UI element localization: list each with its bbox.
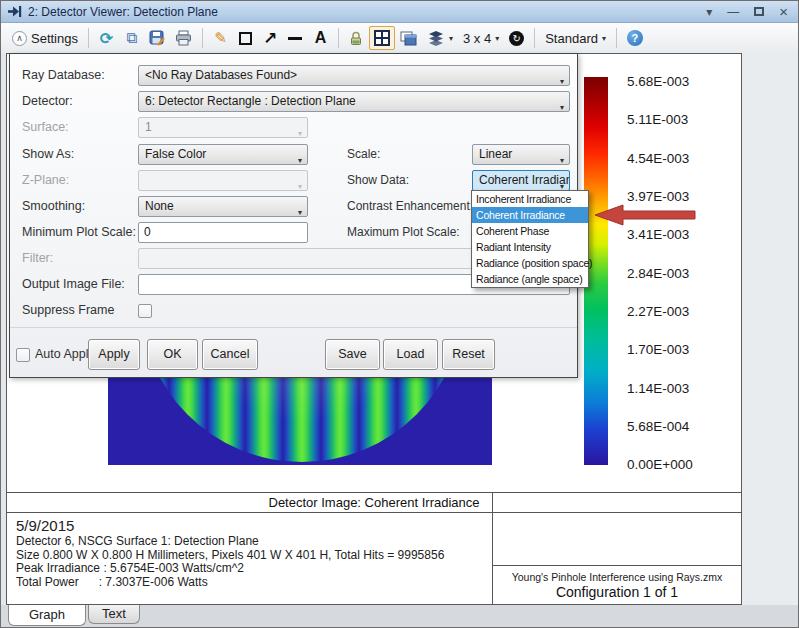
refresh-icon: ⟳	[100, 29, 113, 48]
chevron-down-icon: ▾	[602, 34, 606, 43]
text-icon: A	[315, 29, 327, 47]
refresh-button[interactable]: ⟳	[94, 26, 119, 50]
lock-button[interactable]	[344, 26, 369, 50]
draw-pencil-button[interactable]: ✎	[208, 26, 233, 50]
chevron-up-icon: ∧	[12, 31, 27, 46]
show-data-label: Show Data:	[347, 170, 409, 191]
colorbar-label: 5.68E-004	[627, 419, 713, 435]
colorbar-label: 4.54E-003	[627, 151, 713, 167]
window-menu-button[interactable]: ▾	[706, 6, 712, 18]
surface-value: 1	[145, 120, 152, 134]
help-icon: ?	[627, 30, 643, 46]
chevron-down-icon: ▾	[560, 151, 564, 165]
callout-arrow	[593, 204, 697, 226]
colorbar-label: 0.00E+000	[627, 457, 713, 473]
app-icon	[7, 4, 22, 19]
minimize-button[interactable]: —	[727, 6, 739, 18]
settings-toggle-button[interactable]: ∧ Settings	[7, 26, 83, 50]
configuration-label: Configuration 1 of 1	[493, 584, 741, 600]
smoothing-select[interactable]: None ▾	[138, 196, 308, 217]
ray-database-value: <No Ray Databases Found>	[145, 68, 297, 82]
line-icon	[288, 37, 302, 40]
surface-select: 1 ▾	[138, 117, 308, 138]
dropdown-item-coherent-irradiance[interactable]: Coherent Irradiance	[472, 207, 588, 223]
minimum-plot-scale-label: Minimum Plot Scale:	[22, 222, 136, 243]
dropdown-item-radiant-intensity[interactable]: Radiant Intensity	[472, 239, 588, 255]
minimum-plot-scale-value: 0	[144, 225, 151, 239]
close-button[interactable]: ×	[779, 4, 788, 19]
window-title: 2: Detector Viewer: Detection Plane	[28, 5, 218, 19]
colorbar-label: 5.68E-003	[627, 74, 713, 90]
rectangle-icon	[239, 32, 252, 45]
colorbar-label: 1.70E-003	[627, 342, 713, 358]
layers-button[interactable]: ▾	[422, 26, 458, 50]
info-detector: Detector 6, NSCG Surface 1: Detection Pl…	[16, 535, 444, 549]
chevron-down-icon: ▾	[298, 124, 302, 138]
clone-window-button[interactable]	[395, 26, 422, 50]
window-background-strip	[742, 53, 799, 605]
detector-value: 6: Detector Rectangle : Detection Plane	[145, 94, 356, 108]
copy-button[interactable]: ⧉	[119, 26, 144, 50]
mode-select[interactable]: Standard ▾	[540, 26, 611, 50]
chevron-down-icon: ▾	[560, 72, 564, 86]
chevron-down-icon: ▾	[449, 34, 453, 43]
auto-apply-label: Auto Apply	[35, 344, 95, 365]
file-title: Young's Pinhole Interference using Rays.…	[493, 571, 741, 583]
ray-database-select[interactable]: <No Ray Databases Found> ▾	[138, 65, 570, 86]
show-as-label: Show As:	[22, 144, 74, 165]
reset-button[interactable]: Reset	[442, 339, 495, 370]
chevron-down-icon: ▾	[560, 98, 564, 112]
info-date: 5/9/2015	[16, 516, 444, 535]
detector-select[interactable]: 6: Detector Rectangle : Detection Plane …	[138, 91, 570, 112]
cancel-button[interactable]: Cancel	[202, 339, 258, 370]
colorbar-label: 2.27E-003	[627, 304, 713, 320]
print-button[interactable]	[170, 26, 197, 50]
four-squares-icon	[374, 30, 390, 46]
draw-line-button[interactable]	[283, 26, 308, 50]
detector-viewer-window: 2: Detector Viewer: Detection Plane ▾ — …	[0, 0, 799, 628]
padlock-icon	[349, 31, 363, 46]
info-peak: Peak Irradiance : 5.6754E-003 Watts/cm^2	[16, 562, 444, 576]
grid-size-button[interactable]: 3 x 4 ▾	[458, 26, 504, 50]
text-annotation-button[interactable]: A	[308, 26, 333, 50]
dropdown-item-radiance-position[interactable]: Radiance (position space)	[472, 255, 588, 271]
fit-window-button[interactable]	[369, 26, 395, 50]
dropdown-item-coherent-phase[interactable]: Coherent Phase	[472, 223, 588, 239]
floppy-disk-icon	[149, 30, 165, 46]
ok-button[interactable]: OK	[147, 339, 198, 370]
draw-arrow-button[interactable]: ↗	[258, 26, 283, 50]
tab-text[interactable]: Text	[88, 605, 140, 624]
colorbar-label: 3.41E-003	[627, 227, 713, 243]
save-image-button[interactable]	[144, 26, 170, 50]
z-plane-select: ▾	[138, 170, 308, 191]
minimum-plot-scale-input[interactable]: 0	[138, 222, 308, 243]
maximize-button[interactable]	[754, 7, 764, 16]
chevron-down-icon: ▾	[495, 34, 499, 43]
layers-icon	[427, 30, 445, 46]
help-button[interactable]: ?	[622, 26, 648, 50]
draw-rectangle-button[interactable]	[233, 26, 258, 50]
tab-graph[interactable]: Graph	[8, 605, 86, 626]
clock-icon: ↻	[509, 31, 524, 46]
info-power: Total Power : 7.3037E-006 Watts	[16, 576, 444, 590]
show-as-select[interactable]: False Color ▾	[138, 144, 308, 165]
dropdown-item-radiance-angle[interactable]: Radiance (angle space)	[472, 271, 588, 287]
apply-button[interactable]: Apply	[88, 339, 140, 370]
dropdown-item-incoherent-irradiance[interactable]: Incoherent Irradiance	[472, 191, 588, 207]
scale-select[interactable]: Linear ▾	[472, 144, 570, 165]
copy-icon: ⧉	[126, 29, 137, 47]
load-settings-button[interactable]: Load	[383, 339, 438, 370]
output-image-file-label: Output Image File:	[22, 274, 125, 295]
auto-apply-checkbox[interactable]	[16, 348, 30, 362]
show-data-select[interactable]: Coherent Irradiance ▾	[472, 170, 570, 191]
colorbar-label: 3.97E-003	[627, 189, 713, 205]
chevron-down-icon: ▾	[298, 151, 302, 165]
suppress-frame-checkbox[interactable]	[138, 304, 152, 318]
info-size: Size 0.800 W X 0.800 H Millimeters, Pixe…	[16, 549, 444, 563]
grid-size-label: 3 x 4	[463, 31, 491, 46]
reset-timer-button[interactable]: ↻	[504, 26, 529, 50]
save-settings-button[interactable]: Save	[325, 339, 380, 370]
show-as-value: False Color	[145, 147, 206, 161]
detector-info-block: 5/9/2015 Detector 6, NSCG Surface 1: Det…	[16, 516, 444, 589]
arrow-icon: ↗	[263, 28, 277, 49]
